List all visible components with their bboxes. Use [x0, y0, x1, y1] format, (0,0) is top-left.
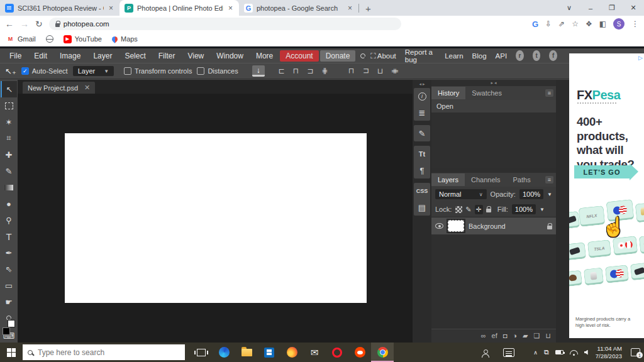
donate-button[interactable]: Donate	[320, 50, 356, 62]
browser-tab-2-active[interactable]: P Photopea | Online Photo Editor ×	[119, 0, 239, 16]
bookmark-gmail[interactable]: M Gmail	[6, 35, 36, 43]
layer-effects-icon[interactable]: ef	[492, 332, 497, 340]
pen-tool[interactable]: ✒	[1, 244, 17, 261]
minimize-button[interactable]: –	[580, 4, 601, 12]
task-view-button[interactable]	[190, 343, 213, 362]
notification-center-icon[interactable]: 1	[631, 348, 640, 356]
new-group-folder-icon[interactable]: ▰	[523, 332, 528, 340]
download-icon[interactable]: ⇩	[545, 19, 552, 28]
wifi-icon[interactable]	[570, 350, 578, 354]
brush-tool[interactable]: ✎	[1, 163, 17, 179]
back-icon[interactable]: ←	[5, 19, 14, 29]
menu-more[interactable]: More	[250, 50, 279, 62]
align-left-icon[interactable]: ⊏	[279, 67, 285, 75]
layer-select-dropdown[interactable]: Layer ▼	[73, 66, 114, 76]
link-blog[interactable]: Blog	[472, 52, 487, 60]
link-about[interactable]: About	[377, 52, 396, 60]
layer-row-background[interactable]: Background	[431, 217, 556, 234]
panel-menu-icon[interactable]: ≡	[545, 89, 553, 97]
battery-icon[interactable]	[555, 350, 564, 354]
hand-tool[interactable]: ☛	[1, 293, 17, 310]
tab-close-icon[interactable]: ×	[227, 4, 234, 13]
bookmark-maps[interactable]: Maps	[112, 35, 138, 43]
maximize-button[interactable]: ❐	[601, 4, 623, 12]
link-api[interactable]: API	[496, 52, 508, 60]
layer-thumbnail[interactable]	[448, 220, 464, 232]
layer-mask-icon[interactable]: ◘	[503, 332, 508, 340]
account-button[interactable]: Account	[280, 50, 318, 62]
collapse-arrows-icon[interactable]: ▸ ◂	[431, 80, 556, 86]
reddit-app[interactable]	[348, 343, 371, 362]
address-bar[interactable]: photopea.com	[49, 18, 401, 30]
search-input[interactable]	[38, 348, 164, 357]
tab-swatches[interactable]: Swatches	[465, 87, 508, 99]
move-tool[interactable]: ↖	[1, 81, 17, 97]
panel-menu-icon[interactable]: ≡	[545, 176, 553, 184]
news-widget-icon[interactable]	[503, 348, 514, 357]
kebab-menu-icon[interactable]: ⋮	[631, 19, 639, 28]
fullscreen-icon[interactable]: ⛶	[370, 52, 375, 60]
blur-tool[interactable]: ●	[1, 195, 17, 212]
align-top-icon[interactable]: ⊏	[347, 68, 356, 74]
character-panel-button[interactable]: Tt	[414, 146, 430, 162]
brush-panel-button[interactable]: ✎	[414, 125, 430, 141]
menu-filter[interactable]: Filter	[153, 50, 181, 62]
file-explorer-app[interactable]	[235, 343, 258, 362]
menu-window[interactable]: Window	[211, 50, 249, 62]
menu-file[interactable]: File	[4, 50, 27, 62]
mail-app[interactable]: ✉	[303, 343, 326, 362]
lets-go-button[interactable]: LET'S GO	[574, 165, 630, 178]
link-layers-icon[interactable]: ∞	[481, 332, 486, 340]
menu-view[interactable]: View	[182, 50, 209, 62]
browser-tab-1[interactable]: SCI361 Photopea Review - Goog ×	[0, 0, 119, 16]
close-icon[interactable]: ✕	[84, 84, 90, 92]
firefox-app[interactable]	[280, 343, 303, 362]
close-window-button[interactable]: ✕	[623, 4, 644, 12]
facebook-icon[interactable]: f	[549, 50, 557, 61]
adchoices-icon[interactable]: ▷	[638, 55, 643, 61]
transform-controls-option[interactable]: Transform controls	[124, 67, 192, 75]
foreground-color-swatch[interactable]	[3, 327, 10, 335]
bookmark-star-icon[interactable]: ☆	[572, 19, 579, 28]
twitter-icon[interactable]: t	[533, 50, 541, 61]
people-icon[interactable]	[482, 349, 488, 356]
new-tab-button[interactable]: +	[359, 3, 377, 16]
checked-checkbox-icon[interactable]: ✓	[21, 67, 29, 75]
reddit-icon[interactable]: r	[516, 50, 524, 61]
lock-position-icon[interactable]: ✛	[475, 205, 483, 214]
canvas[interactable]	[65, 133, 367, 303]
microsoft-store-app[interactable]	[258, 343, 280, 362]
align-middle-icon[interactable]: ⊓	[362, 68, 370, 74]
opera-app[interactable]	[326, 343, 348, 362]
search-icon[interactable]	[360, 53, 365, 58]
sidebar-icon[interactable]: ◧	[599, 19, 606, 28]
tab-close-icon[interactable]: ×	[108, 4, 114, 13]
taskbar-search[interactable]	[23, 344, 185, 360]
browser-tab-3[interactable]: G photopea - Google Search ×	[239, 0, 358, 16]
css-panel-button[interactable]: CSS	[414, 183, 430, 199]
tab-close-icon[interactable]: ×	[347, 4, 353, 13]
link-learn[interactable]: Learn	[445, 52, 463, 60]
path-select-tool[interactable]: ⇖	[1, 261, 17, 277]
share-icon[interactable]: ⇗	[558, 19, 565, 28]
security-tray-icon[interactable]: ⧉	[544, 348, 549, 356]
unchecked-checkbox-icon[interactable]	[197, 67, 204, 75]
crop-tool[interactable]: ⌗	[1, 130, 17, 146]
bookmark-globe[interactable]	[46, 35, 53, 43]
google-extension-icon[interactable]: G	[532, 19, 538, 29]
unchecked-checkbox-icon[interactable]	[124, 67, 131, 75]
dodge-tool[interactable]: ⚲	[1, 212, 17, 228]
gradient-tool[interactable]	[1, 179, 17, 195]
tab-search-chevron-icon[interactable]: ∨	[558, 4, 580, 12]
healing-tool[interactable]: ✚	[1, 146, 17, 163]
link-report-bug[interactable]: Report a bug	[405, 48, 436, 63]
lock-all-icon[interactable]	[486, 209, 491, 212]
info-panel-button[interactable]: i	[414, 88, 430, 104]
auto-select-option[interactable]: ✓ Auto-Select	[21, 67, 68, 75]
image-panel-button[interactable]: ▤	[414, 199, 430, 216]
background-color-swatch[interactable]	[8, 320, 15, 327]
magic-wand-tool[interactable]: ✶	[1, 114, 17, 130]
tab-history[interactable]: History	[431, 87, 465, 99]
new-layer-icon[interactable]: ❏	[534, 332, 540, 340]
marquee-select-tool[interactable]	[1, 97, 17, 114]
